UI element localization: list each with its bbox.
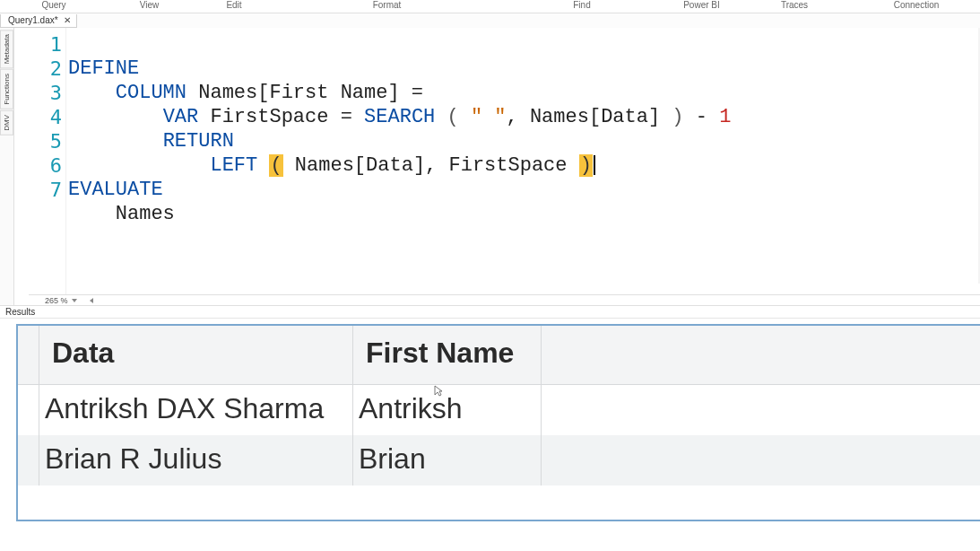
cell-empty [542,385,980,435]
matched-paren-close: ) [579,154,593,177]
cell-data[interactable]: Brian R Julius [39,435,353,485]
column-header-first-name[interactable]: First Name [353,326,542,385]
zoom-bar: 265 % [29,294,980,305]
menubar: Query View Edit Format Find Power BI Tra… [0,0,980,13]
matched-paren-open: ( [269,154,282,177]
menu-find[interactable]: Find [497,0,667,10]
cell-data[interactable]: Antriksh DAX Sharma [39,385,353,435]
side-tab-functions[interactable]: Functions [0,69,13,109]
menu-traces[interactable]: Traces [736,0,853,10]
cell-first-name[interactable]: Brian [353,435,542,485]
kw-evaluate: EVALUATE [68,179,163,201]
paren: ) [672,106,683,128]
text-caret [594,155,595,175]
number: 1 [719,106,731,128]
main-row: Metadata Functions DMV 1234567 DEFINE CO… [0,28,980,305]
side-tab-metadata[interactable]: Metadata [0,30,13,68]
results-panel: Results Data First Name Antriksh DAX Sha… [0,305,980,521]
grid-corner[interactable] [18,326,39,385]
kw-var: VAR [163,106,199,128]
file-tab[interactable]: Query1.dax* ✕ [0,14,77,28]
cell-empty [542,435,980,485]
menu-edit[interactable]: Edit [191,0,277,10]
fn-left: LEFT [210,154,257,177]
paren: ( [435,106,471,128]
line-gutter: 1234567 [14,28,66,294]
menu-connection[interactable]: Connection [853,0,980,10]
code-text: Names[Data], FirstSpace [283,154,579,177]
menu-format[interactable]: Format [277,0,497,10]
string-literal: " " [471,106,507,128]
side-tabs: Metadata Functions DMV [0,28,14,305]
menu-query[interactable]: Query [0,0,108,10]
code-area[interactable]: DEFINE COLUMN Names[First Name] = VAR Fi… [68,32,980,250]
code-text: Names[First Name] = [186,82,423,104]
file-tabstrip: Query1.dax* ✕ [0,13,980,28]
close-icon[interactable]: ✕ [64,15,71,25]
menu-view[interactable]: View [108,0,191,10]
zoom-level[interactable]: 265 % [45,296,68,305]
code-text: , Names[Data] [507,106,672,128]
code-text: - [684,106,720,128]
column-header-data[interactable]: Data [39,326,353,385]
editor[interactable]: 1234567 DEFINE COLUMN Names[First Name] … [14,28,980,305]
results-grid[interactable]: Data First Name Antriksh DAX Sharma Antr… [16,324,980,521]
kw-return: RETURN [163,130,234,153]
row-header[interactable] [18,435,39,485]
menu-powerbi[interactable]: Power BI [667,0,736,10]
triangle-left-icon[interactable] [90,298,93,303]
side-tab-dmv[interactable]: DMV [0,110,13,136]
column-header-empty [542,326,980,385]
chevron-down-icon[interactable] [72,299,77,302]
kw-define: DEFINE [68,57,139,80]
space [257,154,269,177]
fn-search: SEARCH [364,106,435,128]
row-header[interactable] [18,385,39,435]
cell-first-name[interactable]: Antriksh [353,385,542,435]
results-label: Results [0,306,980,319]
file-tab-label: Query1.dax* [8,15,58,25]
code-text: Names [116,203,175,225]
code-text: FirstSpace = [198,106,364,128]
kw-column: COLUMN [116,82,186,104]
